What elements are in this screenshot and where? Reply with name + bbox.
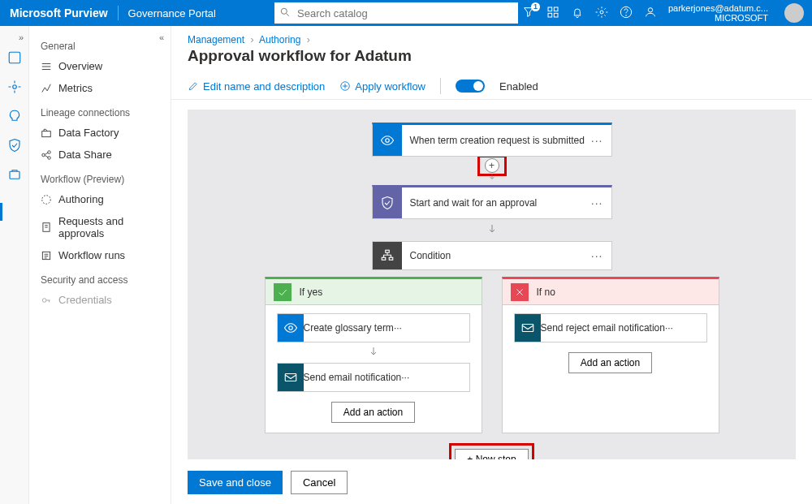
search-input[interactable] [274, 2, 518, 24]
approval-icon [373, 187, 402, 218]
trigger-card[interactable]: When term creation request is submitted … [372, 123, 612, 157]
active-indicator [0, 203, 2, 221]
eye-icon [278, 314, 304, 342]
workflow-canvas: When term creation request is submitted … [188, 110, 796, 459]
portal-label: Governance Portal [118, 6, 226, 20]
nav-overview[interactable]: Overview [29, 55, 171, 77]
mail-icon [515, 314, 541, 342]
svg-point-23 [42, 298, 46, 302]
user-email: parkerjones@adatum.c... [668, 3, 768, 13]
svg-point-18 [48, 150, 51, 153]
side-nav: « General Overview Metrics Lineage conne… [29, 26, 171, 504]
rail-policy-icon[interactable] [7, 138, 22, 153]
svg-point-11 [12, 85, 16, 89]
notif-badge: 1 [531, 2, 540, 11]
more-icon[interactable]: ··· [401, 372, 409, 383]
feedback-icon[interactable] [644, 6, 657, 21]
footer-bar: Save and close Cancel [171, 466, 812, 504]
group-security: Security and access [29, 271, 171, 289]
new-step-highlight: + New step [449, 443, 533, 459]
nav-authoring[interactable]: Authoring [29, 188, 171, 210]
search-wrap [274, 2, 518, 24]
new-step-button[interactable]: + New step [455, 449, 528, 459]
search-icon [279, 6, 291, 20]
nav-data-factory[interactable]: Data Factory [29, 122, 171, 144]
nav-metrics[interactable]: Metrics [29, 77, 171, 99]
apply-workflow-button[interactable]: Apply workflow [339, 80, 425, 93]
crumb-sep: › [307, 34, 310, 45]
if-no-header: If no [503, 279, 719, 305]
svg-rect-31 [382, 257, 386, 260]
svg-rect-10 [9, 52, 20, 63]
check-icon [274, 283, 292, 301]
brand-label: Microsoft Purview [0, 6, 118, 19]
more-icon[interactable]: ··· [591, 134, 611, 147]
grid-icon[interactable] [546, 6, 559, 21]
rail-management-icon[interactable] [7, 167, 22, 182]
help-icon[interactable] [620, 6, 633, 21]
more-icon[interactable]: ··· [394, 322, 402, 334]
enabled-toggle[interactable] [456, 80, 485, 93]
if-no-label: If no [537, 286, 555, 298]
new-step-wrap: + New step [449, 443, 533, 459]
svg-point-9 [648, 7, 652, 11]
condition-card[interactable]: Condition ··· [372, 241, 612, 270]
if-yes-header: If yes [266, 279, 482, 305]
expand-icon[interactable]: » [19, 32, 24, 42]
arrow-down-icon [487, 171, 497, 183]
svg-point-17 [42, 153, 45, 157]
collapse-icon[interactable]: « [159, 32, 164, 42]
rail-insights-icon[interactable] [7, 109, 22, 123]
svg-line-1 [287, 14, 289, 16]
rail-map-icon[interactable] [7, 80, 22, 94]
events-icon[interactable]: 1 [522, 6, 535, 21]
svg-rect-16 [42, 131, 51, 136]
more-icon[interactable]: ··· [665, 322, 673, 334]
mail-icon [278, 364, 304, 391]
eye-icon [373, 125, 402, 156]
svg-rect-3 [554, 7, 558, 11]
rail-sources-icon[interactable] [7, 50, 22, 65]
approval-card[interactable]: Start and wait for an approval ··· [372, 185, 612, 219]
svg-point-8 [626, 15, 627, 15]
svg-point-20 [42, 195, 51, 204]
save-button[interactable]: Save and close [188, 471, 283, 494]
gear-icon[interactable] [595, 6, 608, 21]
svg-rect-32 [389, 257, 393, 260]
condition-icon [373, 242, 402, 269]
top-icons: 1 parkerjones@adatum.c... MICROSOFT [522, 3, 812, 23]
svg-point-0 [281, 8, 287, 14]
nav-runs[interactable]: Workflow runs [29, 244, 171, 266]
reject-email-card[interactable]: Send reject email notification ··· [514, 313, 707, 342]
add-action-button[interactable]: Add an action [331, 402, 415, 423]
main-area: Management › Authoring › Approval workfl… [171, 26, 812, 504]
nav-data-share[interactable]: Data Share [29, 144, 171, 166]
svg-rect-30 [385, 250, 389, 252]
user-block[interactable]: parkerjones@adatum.c... MICROSOFT [668, 3, 773, 23]
approval-label: Start and wait for an approval [402, 197, 591, 209]
nav-requests[interactable]: Requests and approvals [29, 210, 171, 244]
create-term-card[interactable]: Create glossary term ··· [277, 313, 470, 342]
more-icon[interactable]: ··· [591, 249, 611, 262]
svg-rect-12 [10, 171, 19, 179]
add-action-button[interactable]: Add an action [568, 352, 652, 373]
breadcrumbs: Management › Authoring › [171, 26, 812, 47]
group-workflow: Workflow (Preview) [29, 170, 171, 188]
edit-name-button[interactable]: Edit name and description [188, 80, 325, 93]
avatar[interactable] [784, 3, 804, 23]
svg-point-19 [48, 156, 51, 159]
more-icon[interactable]: ··· [591, 196, 611, 209]
crumb-authoring[interactable]: Authoring [259, 34, 300, 45]
group-general: General [29, 37, 171, 55]
crumb-management[interactable]: Management [188, 34, 244, 45]
cancel-button[interactable]: Cancel [291, 471, 348, 494]
if-yes-label: If yes [300, 286, 323, 298]
condition-label: Condition [402, 250, 591, 261]
svg-rect-5 [554, 13, 558, 17]
bell-icon[interactable] [571, 6, 584, 21]
send-email-card[interactable]: Send email notification ··· [277, 363, 470, 392]
arrow-down-icon [487, 221, 497, 239]
nav-credentials[interactable]: Credentials [29, 289, 171, 311]
left-rail: » [0, 26, 29, 504]
tenant-label: MICROSOFT [668, 13, 768, 23]
